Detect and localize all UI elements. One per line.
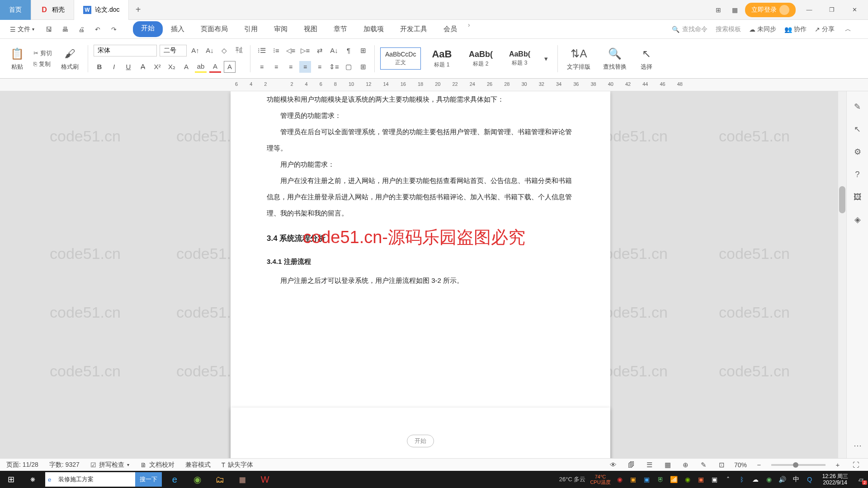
wps-icon[interactable]: W — [254, 471, 276, 488]
find-replace-group[interactable]: 🔍 查找替换 — [599, 47, 630, 71]
tab-insert[interactable]: 插入 — [163, 21, 193, 37]
app-green-icon[interactable]: ◉ — [186, 471, 208, 488]
grow-font-icon[interactable]: A↑ — [189, 45, 201, 56]
zoom-in-icon[interactable]: + — [832, 459, 844, 471]
show-marks-icon[interactable]: ¶ — [343, 45, 354, 56]
text-layout-group[interactable]: ⇅A 文字排版 — [563, 47, 594, 71]
align-right-icon[interactable]: ≡ — [285, 61, 297, 73]
style-h2[interactable]: AaBb( 标题 2 — [462, 47, 499, 71]
edit-mode-icon[interactable]: ✎ — [698, 459, 710, 471]
compat-mode[interactable]: 兼容模式 — [185, 461, 211, 469]
clock[interactable]: 12:26 周三2022/9/14 — [819, 473, 852, 486]
word-count[interactable]: 字数: 9327 — [49, 461, 80, 469]
bullets-icon[interactable]: ⁝☰ — [256, 45, 268, 56]
document-page-next[interactable]: 开始 — [231, 408, 610, 458]
tab-docke[interactable]: D 稻壳 — [31, 0, 74, 20]
ruler[interactable]: 6422468101214161820222426283032343638404… — [0, 79, 868, 91]
cut-button[interactable]: ✂剪切 — [33, 49, 52, 57]
nvidia-icon[interactable]: ◉ — [683, 475, 692, 484]
paste-label[interactable]: 粘贴 — [11, 63, 23, 71]
align-center-icon[interactable]: ≡ — [270, 61, 282, 73]
share-button[interactable]: ↗ 分享 — [815, 25, 835, 33]
tab-reference[interactable]: 引用 — [236, 21, 266, 37]
tab-start[interactable]: 开始 — [133, 21, 163, 37]
onedrive-icon[interactable]: ☁ — [751, 475, 760, 484]
login-button[interactable]: 立即登录 — [745, 3, 796, 17]
taskbar-search[interactable]: e 搜一下 — [45, 472, 162, 487]
clear-format-icon[interactable]: ◇ — [218, 45, 230, 56]
explorer-icon[interactable]: 🗂 — [209, 471, 231, 488]
tab-addons[interactable]: 加载项 — [355, 21, 392, 37]
fullscreen-icon[interactable]: ⛶ — [850, 459, 862, 471]
page-info[interactable]: 页面: 11/28 — [6, 461, 38, 469]
restore-button[interactable]: ❐ — [823, 3, 841, 17]
phonetic-icon[interactable]: ㍻ — [233, 45, 245, 56]
missing-font[interactable]: T缺失字体 — [222, 461, 254, 469]
numbering-icon[interactable]: ⁝≡ — [270, 45, 282, 56]
minimize-button[interactable]: — — [800, 3, 818, 17]
tray-shield-icon[interactable]: ⛨ — [656, 475, 665, 484]
proof-button[interactable]: 🗎文档校对 — [140, 461, 175, 469]
search-go-button[interactable]: 搜一下 — [135, 472, 162, 487]
tray-app2-icon[interactable]: ▣ — [710, 475, 719, 484]
tab-view[interactable]: 视图 — [296, 21, 326, 37]
underline-button[interactable]: U — [123, 61, 134, 73]
zoom-slider[interactable] — [771, 464, 826, 466]
file-menu[interactable]: ☰ 文件 ▾ — [5, 25, 39, 33]
help-icon[interactable]: ? — [851, 168, 864, 181]
outline-view-icon[interactable]: ☰ — [644, 459, 656, 471]
distribute-icon[interactable]: ≡ — [314, 61, 326, 73]
layout-icon[interactable]: ⊞ — [712, 4, 724, 16]
subscript-button[interactable]: X₂ — [166, 61, 178, 73]
save-icon[interactable]: 🖫 — [43, 24, 54, 35]
weather[interactable]: 26°C 多云 — [559, 475, 586, 483]
coop-button[interactable]: 👥 协作 — [784, 25, 807, 33]
spell-check[interactable]: ☑拼写检查▾ — [90, 461, 129, 469]
tray-app-icon[interactable]: ▣ — [697, 475, 706, 484]
tab-home[interactable]: 首页 — [0, 0, 31, 20]
volume-icon[interactable]: 🔊 — [778, 475, 787, 484]
page-start-button[interactable]: 开始 — [407, 435, 434, 447]
copilot-icon[interactable]: ❋ — [22, 471, 43, 488]
cpu-temp[interactable]: 74°CCPU温度 — [590, 474, 610, 485]
style-h1[interactable]: AaB 标题 1 — [424, 45, 460, 72]
arrow-cursor-icon[interactable]: ↖ — [851, 123, 864, 136]
borders-icon[interactable]: ⊞ — [357, 61, 369, 73]
sort-icon[interactable]: A↓ — [328, 45, 340, 56]
more-icon[interactable]: ⋯ — [851, 439, 864, 452]
line-spacing-icon[interactable]: ⇕≡ — [328, 61, 340, 73]
tray-icon-3[interactable]: ▣ — [642, 475, 651, 484]
vertical-scrollbar[interactable] — [838, 91, 846, 458]
print-view-icon[interactable]: ⊕ — [680, 459, 692, 471]
style-normal[interactable]: AaBbCcDc 正文 — [380, 47, 421, 70]
ime-indicator[interactable]: 中 — [792, 475, 801, 484]
tab-member[interactable]: 会员 — [435, 21, 465, 37]
tab-devtools[interactable]: 开发工具 — [392, 21, 435, 37]
strike-button[interactable]: A̶ — [137, 61, 149, 73]
size-select[interactable]: 二号 — [160, 45, 187, 56]
tab-review[interactable]: 审阅 — [266, 21, 296, 37]
tab-chapter[interactable]: 章节 — [326, 21, 355, 37]
print-preview-icon[interactable]: 🖶 — [60, 24, 71, 35]
highlight-icon[interactable]: ab — [195, 61, 207, 73]
zoom-level[interactable]: 70% — [734, 461, 747, 469]
sync-status[interactable]: ☁ 未同步 — [749, 25, 776, 33]
tray-q-icon[interactable]: Q — [805, 475, 814, 484]
ruler-icon[interactable]: ⊡ — [716, 459, 728, 471]
apps-icon[interactable]: ▦ — [729, 4, 741, 16]
tray-icon-1[interactable]: ◉ — [615, 475, 624, 484]
redo-icon[interactable]: ↷ — [108, 24, 119, 35]
pen-icon[interactable]: ✎ — [851, 100, 864, 113]
style-h3[interactable]: AaBb( 标题 3 — [501, 47, 538, 70]
tab-add[interactable]: + — [129, 5, 147, 15]
shading-icon[interactable]: ▢ — [343, 61, 354, 73]
location-icon[interactable]: ◈ — [851, 213, 864, 226]
slider-icon[interactable]: ⚙ — [851, 145, 864, 158]
tab-layout[interactable]: 页面布局 — [193, 21, 236, 37]
copy-button[interactable]: ⎘复制 — [33, 60, 52, 68]
collapse-ribbon-icon[interactable]: ︿ — [843, 24, 854, 35]
brush-icon[interactable]: 🖌 — [63, 47, 77, 61]
decrease-indent-icon[interactable]: ◁≡ — [285, 45, 297, 56]
print-icon[interactable]: 🖨 — [76, 24, 87, 35]
read-view-icon[interactable]: 🗐 — [626, 459, 637, 471]
